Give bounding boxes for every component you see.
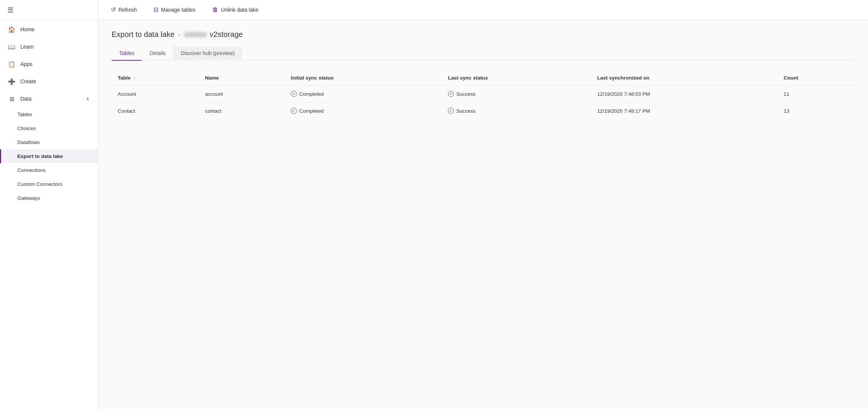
table-row[interactable]: Contact contact Completed Success — [112, 103, 854, 119]
sidebar-item-export-to-data-lake[interactable]: Export to data lake — [0, 149, 98, 163]
sidebar-item-choices[interactable]: Choices — [0, 121, 98, 135]
col-last-sync-on-label: Last synchronized on — [597, 75, 650, 81]
last-sync-value: Success — [456, 108, 475, 114]
sidebar-item-learn[interactable]: 📖 Learn — [0, 38, 98, 55]
sidebar-top: ☰ — [0, 0, 98, 21]
tab-discover-hub[interactable]: Discover hub (preview) — [173, 46, 242, 61]
manage-tables-label: Manage tables — [161, 7, 196, 13]
sidebar-item-label: Apps — [20, 61, 32, 67]
check-circle-icon — [448, 91, 454, 97]
breadcrumb-storage: v2storage — [184, 30, 243, 39]
sidebar: ☰ 🏠 Home 📖 Learn 📋 Apps ➕ Create ⊞ Data … — [0, 0, 98, 409]
data-icon: ⊞ — [8, 95, 15, 102]
sidebar-sub-label: Dataflows — [17, 139, 40, 145]
col-count-label: Count — [784, 75, 798, 81]
cell-table-name: Contact — [112, 103, 199, 119]
col-table-label: Table — [118, 75, 130, 81]
cell-table-name: Account — [112, 86, 199, 103]
learn-icon: 📖 — [8, 43, 15, 50]
unlink-data-lake-button[interactable]: 🗑 Unlink data lake — [209, 4, 262, 15]
cell-last-sync: Success — [442, 86, 591, 103]
sidebar-item-data[interactable]: ⊞ Data ∧ — [0, 90, 98, 107]
apps-icon: 📋 — [8, 61, 15, 67]
cell-last-sync: Success — [442, 103, 591, 119]
check-circle-icon — [291, 108, 297, 114]
breadcrumb-parent[interactable]: Export to data lake — [112, 30, 175, 39]
sidebar-data-section: ⊞ Data ∧ Tables Choices Dataflows Export… — [0, 90, 98, 205]
col-header-count[interactable]: Count — [778, 71, 854, 86]
sidebar-item-dataflows[interactable]: Dataflows — [0, 135, 98, 149]
breadcrumb: Export to data lake › v2storage — [112, 30, 854, 39]
sidebar-item-label: Home — [20, 26, 34, 32]
manage-tables-button[interactable]: ⊟ Manage tables — [150, 4, 199, 15]
sidebar-item-apps[interactable]: 📋 Apps — [0, 55, 98, 73]
create-icon: ➕ — [8, 78, 15, 85]
chevron-up-icon: ∧ — [86, 96, 89, 101]
cell-last-sync-on: 12/19/2020 7:48:03 PM — [591, 86, 778, 103]
initial-sync-value: Completed — [299, 108, 324, 114]
check-circle-icon — [448, 108, 454, 114]
main-content: ↺ Refresh ⊟ Manage tables 🗑 Unlink data … — [98, 0, 868, 409]
tabs-container: Tables Details Discover hub (preview) — [112, 46, 854, 61]
sort-icon: ↑ — [133, 76, 136, 80]
col-initial-sync-label: Initial sync status — [291, 75, 333, 81]
sidebar-item-home[interactable]: 🏠 Home — [0, 21, 98, 38]
table-row[interactable]: Account account Completed Success — [112, 86, 854, 103]
sidebar-sub-label: Export to data lake — [17, 153, 63, 159]
sidebar-item-tables[interactable]: Tables — [0, 107, 98, 121]
sidebar-sub-label: Tables — [17, 112, 32, 117]
col-header-table[interactable]: Table ↑ — [112, 71, 199, 86]
sidebar-item-gateways[interactable]: Gateways — [0, 191, 98, 205]
sidebar-item-connections[interactable]: Connections — [0, 163, 98, 177]
unlink-icon: 🗑 — [212, 6, 218, 13]
refresh-label: Refresh — [118, 7, 137, 13]
sidebar-item-create[interactable]: ➕ Create — [0, 73, 98, 90]
sidebar-item-custom-connectors[interactable]: Custom Connectors — [0, 177, 98, 191]
sidebar-sub-label: Connections — [17, 167, 46, 173]
tab-details[interactable]: Details — [142, 46, 173, 61]
page-content: Export to data lake › v2storage Tables D… — [98, 20, 868, 409]
sidebar-sub-label: Custom Connectors — [17, 181, 62, 187]
breadcrumb-storage-name: v2storage — [210, 30, 243, 39]
manage-tables-icon: ⊟ — [153, 6, 158, 13]
tab-tables-label: Tables — [119, 50, 134, 56]
tab-tables[interactable]: Tables — [112, 46, 142, 61]
status-success: Success — [448, 108, 585, 114]
status-success: Success — [448, 91, 585, 97]
cell-name: contact — [199, 103, 285, 119]
cell-initial-sync: Completed — [285, 86, 442, 103]
tab-discover-hub-label: Discover hub (preview) — [181, 50, 235, 56]
initial-sync-value: Completed — [299, 91, 324, 97]
col-header-initial-sync[interactable]: Initial sync status — [285, 71, 442, 86]
sidebar-item-label: Learn — [20, 44, 34, 50]
status-completed: Completed — [291, 91, 436, 97]
sidebar-sub-label: Gateways — [17, 195, 40, 201]
check-circle-icon — [291, 91, 297, 97]
breadcrumb-separator: › — [178, 31, 180, 38]
toolbar: ↺ Refresh ⊟ Manage tables 🗑 Unlink data … — [98, 0, 868, 20]
tab-details-label: Details — [149, 50, 166, 56]
table-header-row: Table ↑ Name Initial sync status Last sy… — [112, 71, 854, 86]
cell-count: 11 — [778, 86, 854, 103]
col-header-last-sync[interactable]: Last sync status — [442, 71, 591, 86]
last-sync-value: Success — [456, 91, 475, 97]
col-header-name[interactable]: Name — [199, 71, 285, 86]
blurred-account — [184, 32, 207, 37]
cell-last-sync-on: 12/19/2020 7:48:17 PM — [591, 103, 778, 119]
data-table: Table ↑ Name Initial sync status Last sy… — [112, 71, 854, 119]
status-completed: Completed — [291, 108, 436, 114]
col-header-last-sync-on[interactable]: Last synchronized on — [591, 71, 778, 86]
home-icon: 🏠 — [8, 26, 15, 33]
sidebar-sub-label: Choices — [17, 126, 36, 131]
sidebar-item-label: Data — [20, 96, 32, 102]
cell-name: account — [199, 86, 285, 103]
sidebar-item-label: Create — [20, 78, 36, 84]
cell-initial-sync: Completed — [285, 103, 442, 119]
unlink-label: Unlink data lake — [221, 7, 259, 13]
hamburger-icon[interactable]: ☰ — [8, 6, 14, 14]
col-last-sync-label: Last sync status — [448, 75, 488, 81]
refresh-icon: ↺ — [111, 6, 116, 13]
cell-count: 13 — [778, 103, 854, 119]
col-name-label: Name — [205, 75, 219, 81]
refresh-button[interactable]: ↺ Refresh — [107, 4, 141, 15]
